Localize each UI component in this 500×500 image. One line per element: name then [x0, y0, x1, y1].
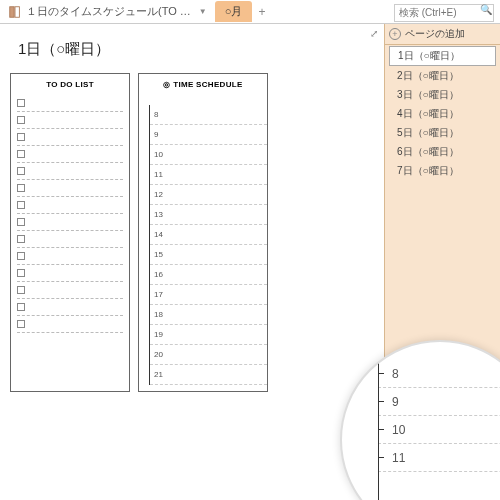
todo-item[interactable] — [17, 129, 123, 146]
sidebar-page-item[interactable]: 2日（○曜日） — [389, 67, 496, 85]
checkbox[interactable] — [17, 269, 25, 277]
time-row: 14 — [150, 225, 267, 245]
time-label: 9 — [154, 130, 158, 139]
time-row: 13 — [150, 205, 267, 225]
checkbox[interactable] — [17, 201, 25, 209]
zoom-time-row: 11 — [378, 444, 500, 472]
svg-rect-0 — [10, 6, 14, 17]
time-label: 8 — [154, 110, 158, 119]
todo-item[interactable] — [17, 197, 123, 214]
sidebar-page-item[interactable]: 5日（○曜日） — [389, 124, 496, 142]
search-input[interactable] — [394, 4, 494, 22]
todo-heading: TO DO LIST — [17, 80, 123, 89]
sidebar-page-item[interactable]: 3日（○曜日） — [389, 86, 496, 104]
time-row: 19 — [150, 325, 267, 345]
add-tab-button[interactable]: + — [252, 3, 271, 21]
sidebar-page-item[interactable]: 7日（○曜日） — [389, 162, 496, 180]
checkbox[interactable] — [17, 99, 25, 107]
tab-dropdown-icon[interactable]: ▼ — [195, 7, 211, 16]
todo-item[interactable] — [17, 95, 123, 112]
todo-item[interactable] — [17, 112, 123, 129]
time-row: 15 — [150, 245, 267, 265]
checkbox[interactable] — [17, 320, 25, 328]
time-label: 19 — [154, 330, 163, 339]
todo-item[interactable] — [17, 265, 123, 282]
page-content: ⤢ 1日（○曜日） TO DO LIST ◎ TIME SCHEDULE 891… — [0, 24, 384, 500]
checkbox[interactable] — [17, 286, 25, 294]
time-label: 12 — [154, 190, 163, 199]
search-icon[interactable]: 🔍 — [480, 4, 492, 15]
time-row: 17 — [150, 285, 267, 305]
todo-item[interactable] — [17, 248, 123, 265]
todo-item[interactable] — [17, 163, 123, 180]
todo-item[interactable] — [17, 214, 123, 231]
time-label: 16 — [154, 270, 163, 279]
checkbox[interactable] — [17, 116, 25, 124]
todo-item[interactable] — [17, 299, 123, 316]
time-label: 20 — [154, 350, 163, 359]
schedule-heading: ◎ TIME SCHEDULE — [139, 80, 267, 89]
time-label: 13 — [154, 210, 163, 219]
time-label: 11 — [154, 170, 163, 179]
time-label: 17 — [154, 290, 163, 299]
time-row: 16 — [150, 265, 267, 285]
sidebar-page-item[interactable]: 6日（○曜日） — [389, 143, 496, 161]
time-row: 9 — [150, 125, 267, 145]
time-label: 18 — [154, 310, 163, 319]
time-row: 8 — [150, 105, 267, 125]
add-page-button[interactable]: + ページの追加 — [385, 24, 500, 45]
todo-item[interactable] — [17, 231, 123, 248]
checkbox[interactable] — [17, 167, 25, 175]
zoom-time-row: 8 — [378, 360, 500, 388]
plus-icon: + — [389, 28, 401, 40]
todo-panel: TO DO LIST — [10, 73, 130, 392]
expand-icon[interactable]: ⤢ — [370, 28, 378, 39]
todo-item[interactable] — [17, 180, 123, 197]
sidebar-page-item[interactable]: 1日（○曜日） — [389, 46, 496, 66]
checkbox[interactable] — [17, 184, 25, 192]
time-row: 20 — [150, 345, 267, 365]
time-row: 18 — [150, 305, 267, 325]
sub-tab[interactable]: ○月 — [215, 1, 253, 22]
svg-rect-1 — [15, 6, 19, 17]
search-area: 🔍 — [394, 2, 494, 22]
main-tab-title[interactable]: １日のタイムスケジュール(TO … — [26, 4, 195, 19]
time-row: 11 — [150, 165, 267, 185]
todo-item[interactable] — [17, 146, 123, 163]
schedule-panel: ◎ TIME SCHEDULE 891011121314151617181920… — [138, 73, 268, 392]
checkbox[interactable] — [17, 303, 25, 311]
zoom-time-row: 9 — [378, 388, 500, 416]
zoom-time-row: 10 — [378, 416, 500, 444]
add-page-label: ページの追加 — [405, 27, 465, 41]
checkbox[interactable] — [17, 252, 25, 260]
time-label: 14 — [154, 230, 163, 239]
todo-item[interactable] — [17, 316, 123, 333]
time-label: 21 — [154, 370, 163, 379]
time-label: 10 — [154, 150, 163, 159]
time-row: 21 — [150, 365, 267, 385]
time-row: 12 — [150, 185, 267, 205]
todo-item[interactable] — [17, 282, 123, 299]
checkbox[interactable] — [17, 150, 25, 158]
time-label: 15 — [154, 250, 163, 259]
page-title: 1日（○曜日） — [18, 40, 374, 59]
time-row: 10 — [150, 145, 267, 165]
checkbox[interactable] — [17, 218, 25, 226]
checkbox[interactable] — [17, 133, 25, 141]
checkbox[interactable] — [17, 235, 25, 243]
notebook-icon — [8, 5, 22, 19]
sidebar-page-item[interactable]: 4日（○曜日） — [389, 105, 496, 123]
